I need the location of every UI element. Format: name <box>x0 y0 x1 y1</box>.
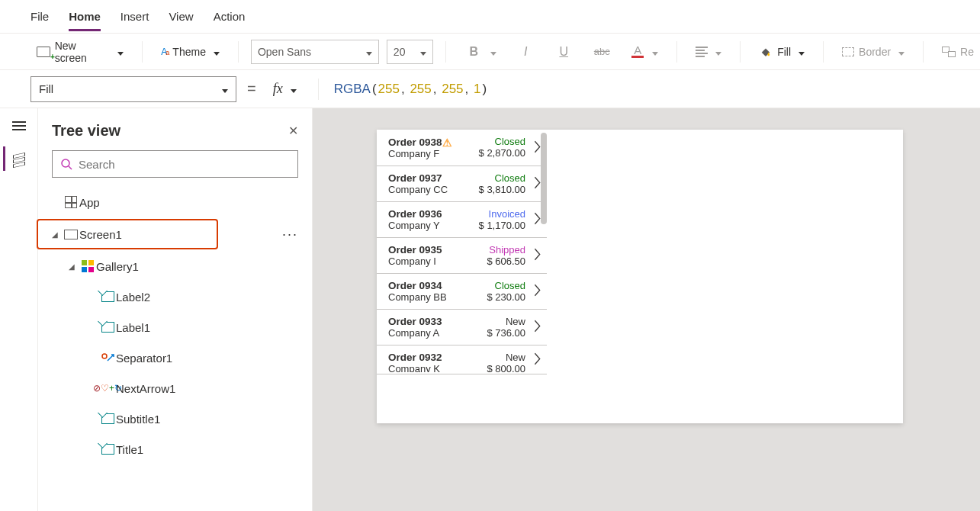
order-title: Order 0937 <box>388 172 472 184</box>
gallery-item[interactable]: Order 0936Company YInvoiced$ 1,170.00 <box>377 202 547 238</box>
status-label: New <box>472 352 525 363</box>
chevron-down-icon <box>795 46 805 58</box>
left-rail <box>0 108 38 511</box>
chevron-right-icon[interactable] <box>533 352 542 368</box>
fill-label: Fill <box>777 46 791 58</box>
chevron-down-icon <box>219 82 228 95</box>
fill-icon <box>759 45 773 59</box>
chevron-right-icon[interactable] <box>533 284 542 300</box>
chevron-right-icon[interactable] <box>533 140 542 156</box>
tree-node-screen1[interactable]: ◢ Screen1 <box>37 219 218 249</box>
tree-node-subtitle1[interactable]: Subtitle1 <box>38 403 312 434</box>
strikethrough-button[interactable]: abc <box>586 40 617 64</box>
chevron-right-icon[interactable] <box>533 176 542 192</box>
theme-button[interactable]: Aa Theme <box>155 40 226 64</box>
new-screen-label: New screen <box>55 40 111 64</box>
tree-node-screen1-row: ◢ Screen1 ··· <box>38 217 312 251</box>
fill-button[interactable]: Fill <box>753 40 811 64</box>
font-name-combo[interactable]: Open Sans <box>251 40 379 64</box>
equals-sign: = <box>247 80 256 98</box>
svg-point-2 <box>102 354 107 358</box>
reorder-button[interactable]: Re <box>936 40 980 64</box>
gallery-item[interactable]: Order 0932Company KNew$ 800.00 <box>377 345 547 374</box>
tab-view[interactable]: View <box>169 2 193 31</box>
canvas[interactable]: Order 0938⚠Company FClosed$ 2,870.00Orde… <box>313 108 980 511</box>
status-label: Shipped <box>472 244 525 256</box>
chevron-down-icon <box>417 46 426 58</box>
hamburger-button[interactable] <box>12 119 26 133</box>
property-value: Fill <box>39 82 53 95</box>
node-more-button[interactable]: ··· <box>268 217 312 251</box>
chevron-down-icon <box>363 46 372 58</box>
formula-fn: RGBA <box>334 82 371 97</box>
tree-view-rail-button[interactable] <box>3 146 35 171</box>
chevron-down-icon <box>649 46 658 58</box>
caret-down-icon[interactable]: ◢ <box>69 262 79 271</box>
tab-insert[interactable]: Insert <box>120 2 149 31</box>
order-title: Order 0936 <box>388 208 472 220</box>
tree-search[interactable] <box>52 150 298 178</box>
tree-node-label1[interactable]: Label1 <box>38 312 312 342</box>
ribbon: New screen Aa Theme Open Sans 20 B I U a… <box>0 34 980 70</box>
search-input[interactable] <box>79 158 290 171</box>
font-color-icon: A <box>631 45 644 58</box>
tree-title: Tree view <box>52 122 120 140</box>
align-button[interactable] <box>689 40 728 64</box>
font-size-value: 20 <box>394 46 406 58</box>
status-label: Closed <box>472 136 525 147</box>
chevron-right-icon[interactable] <box>533 212 542 228</box>
caret-down-icon[interactable]: ◢ <box>52 230 63 239</box>
company-subtitle: Company I <box>388 256 472 267</box>
property-selector[interactable]: Fill <box>31 76 236 102</box>
company-subtitle: Company Y <box>388 220 472 231</box>
border-button[interactable]: Border <box>836 40 911 64</box>
formula-bar: Fill = fx RGBA(255, 255, 255, 1) <box>0 70 980 108</box>
divider <box>823 41 824 63</box>
gallery-control[interactable]: Order 0938⚠Company FClosed$ 2,870.00Orde… <box>377 130 547 423</box>
new-screen-icon <box>37 47 50 57</box>
tree-node-nextarrow1[interactable]: ⊘♡+↻ NextArrow1 <box>38 373 312 403</box>
tab-home[interactable]: Home <box>69 2 101 31</box>
tab-action[interactable]: Action <box>214 2 246 31</box>
tree-node-title1[interactable]: Title1 <box>38 434 312 464</box>
tree-node-app[interactable]: App <box>38 187 312 217</box>
underline-button[interactable]: U <box>548 40 579 64</box>
font-name-value: Open Sans <box>258 46 311 58</box>
tree-node-label2[interactable]: Label2 <box>38 281 312 312</box>
gallery-item[interactable]: Order 0933Company ANew$ 736.00 <box>377 310 547 345</box>
divider <box>740 41 741 63</box>
status-label: Invoiced <box>472 208 525 220</box>
gallery-item[interactable]: Order 0937Company CCClosed$ 3,810.00 <box>377 166 547 202</box>
gallery-item[interactable]: Order 0938⚠Company FClosed$ 2,870.00 <box>377 130 547 166</box>
gallery-item[interactable]: Order 0934Company BBClosed$ 230.00 <box>377 274 547 310</box>
order-title: Order 0938⚠ <box>388 136 472 148</box>
chevron-down-icon <box>114 46 124 58</box>
order-title: Order 0933 <box>388 316 472 327</box>
chevron-right-icon[interactable] <box>533 248 542 264</box>
new-screen-button[interactable]: New screen <box>31 40 130 64</box>
font-color-button[interactable]: A <box>625 40 664 64</box>
divider <box>676 41 677 63</box>
gallery-item[interactable]: Order 0935Company IShipped$ 606.50 <box>377 238 547 274</box>
chevron-right-icon[interactable] <box>533 320 542 336</box>
tab-file[interactable]: File <box>31 2 49 31</box>
amount-label: $ 1,170.00 <box>472 220 525 231</box>
company-subtitle: Company BB <box>388 291 472 303</box>
close-icon[interactable]: ✕ <box>288 124 298 138</box>
main: Tree view ✕ App ◢ Screen1 ··· ◢ Gallery1 <box>0 108 980 511</box>
tree-node-gallery1[interactable]: ◢ Gallery1 <box>38 251 312 281</box>
label-icon <box>99 322 116 333</box>
italic-button[interactable]: I <box>510 40 541 64</box>
warning-icon: ⚠ <box>442 137 452 149</box>
font-size-combo[interactable]: 20 <box>387 40 433 64</box>
screen-preview[interactable]: Order 0938⚠Company FClosed$ 2,870.00Orde… <box>377 130 903 423</box>
amount-label: $ 606.50 <box>472 256 525 267</box>
bold-button[interactable]: B <box>458 40 503 64</box>
company-subtitle: Company F <box>388 148 472 159</box>
fx-button[interactable]: fx <box>267 77 303 101</box>
chevron-down-icon <box>210 46 220 58</box>
bold-icon: B <box>464 45 483 59</box>
formula-input[interactable]: RGBA(255, 255, 255, 1) <box>334 82 487 97</box>
fx-icon: fx <box>273 81 283 97</box>
tree-node-separator1[interactable]: Separator1 <box>38 342 312 373</box>
